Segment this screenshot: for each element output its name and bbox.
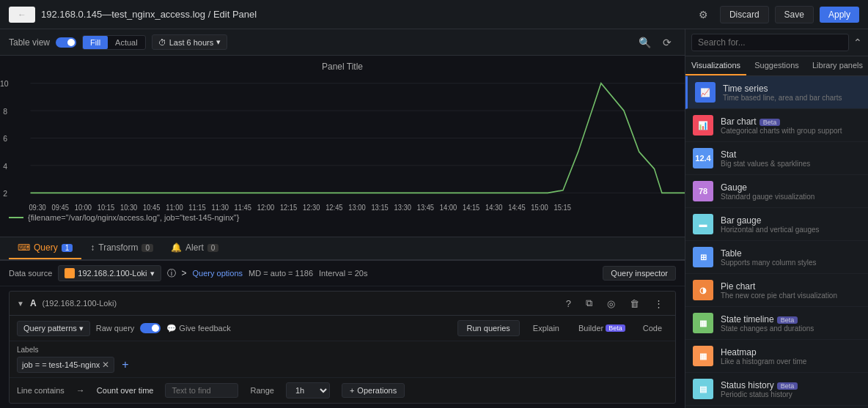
builder-button[interactable]: Builder Beta — [573, 321, 631, 335]
viz-item-bar-chart[interactable]: 📊 Bar chartBeta Categorical charts with … — [685, 109, 868, 142]
viz-desc-status-history: Periodic status history — [721, 390, 861, 398]
svg-text:11:15: 11:15 — [188, 203, 206, 212]
svg-text:12:45: 12:45 — [326, 203, 343, 212]
viz-item-bar-gauge[interactable]: ▬ Bar gauge Horizontal and vertical gaug… — [685, 208, 868, 241]
datasource-name: 192.168.2.100-Loki — [78, 269, 147, 278]
viz-tabs: Visualizations Suggestions Library panel… — [685, 56, 868, 76]
panel-toolbar-right: 🔍 ⟳ — [634, 35, 676, 50]
tab-query[interactable]: ⌨ Query 1 — [9, 237, 81, 259]
svg-text:10:45: 10:45 — [143, 203, 161, 212]
tag-op1: = — [35, 360, 40, 369]
search-expand-button[interactable]: ⌃ — [853, 37, 862, 48]
viz-item-gauge[interactable]: 78 Gauge Standard gauge visualization — [685, 175, 868, 208]
collapse-icon[interactable]: ▼ — [17, 300, 24, 308]
viz-info-heatmap: Heatmap Like a histogram over time — [721, 347, 861, 366]
datasource-select[interactable]: 192.168.2.100-Loki ▾ — [58, 265, 161, 281]
tag-key: job — [22, 360, 33, 369]
discard-button[interactable]: Discard — [720, 6, 769, 23]
settings-button[interactable]: ⚙ — [693, 6, 714, 23]
interval-meta: Interval = 20s — [319, 269, 367, 278]
line-contains-section: Line contains — [17, 386, 65, 395]
viz-badge-state-timeline: Beta — [777, 316, 798, 324]
feedback-button[interactable]: 💬 Give feedback — [166, 324, 230, 333]
chart-legend: {filename="/var/log/nginx/access.log", j… — [0, 212, 685, 223]
chart-title: Panel Title — [0, 56, 685, 75]
viz-icon-bar-chart: 📊 — [693, 115, 713, 136]
query-patterns-button[interactable]: Query patterns ▾ — [17, 321, 90, 336]
clock-icon: ⏱ — [158, 38, 166, 47]
svg-text:13:00: 13:00 — [348, 203, 366, 212]
query-delete-button[interactable]: 🗑 — [625, 297, 644, 311]
back-button[interactable]: ← — [9, 7, 35, 23]
query-inspector-button[interactable]: Query inspector — [603, 266, 676, 281]
svg-text:13:15: 13:15 — [371, 203, 389, 212]
viz-item-time-series[interactable]: 📈 Time series Time based line, area and … — [685, 76, 868, 109]
svg-text:15:00: 15:00 — [531, 203, 548, 212]
svg-text:10:15: 10:15 — [98, 203, 115, 212]
viz-icon-status-history: ▤ — [693, 379, 713, 399]
text-find-input[interactable] — [165, 383, 238, 398]
svg-text:11:00: 11:00 — [166, 203, 183, 212]
builder-beta-badge: Beta — [606, 324, 625, 332]
chart-svg-wrap: 10 8 6 4 2 09:30 09:45 10:00 10:15 10:30… — [0, 75, 685, 212]
tab-suggestions[interactable]: Suggestions — [746, 56, 807, 75]
range-select[interactable]: 1h 5m 30m — [286, 382, 330, 398]
viz-item-table[interactable]: ⊞ Table Supports many column styles — [685, 241, 868, 274]
fill-button[interactable]: Fill — [83, 36, 108, 49]
viz-name-status-history: Status historyBeta — [721, 380, 861, 390]
legend-color — [9, 217, 23, 218]
query-options-link[interactable]: Query options — [193, 269, 243, 278]
viz-name-bar-gauge: Bar gauge — [721, 215, 861, 226]
viz-item-status-history[interactable]: ▤ Status historyBeta Periodic status his… — [685, 373, 868, 406]
builder-label: Builder — [578, 324, 603, 333]
viz-info-bar-gauge: Bar gauge Horizontal and vertical gauges — [721, 215, 861, 234]
tab-visualizations[interactable]: Visualizations — [685, 56, 746, 75]
viz-item-state-timeline[interactable]: ▦ State timelineBeta State changes and d… — [685, 307, 868, 340]
save-button[interactable]: Save — [775, 6, 814, 23]
time-range-label: Last 6 hours — [169, 38, 214, 47]
labels-filters: job = = test-145-nginx ✕ + — [17, 357, 668, 373]
refresh-button[interactable]: ⟳ — [658, 35, 676, 50]
viz-item-pie-chart[interactable]: ◑ Pie chart The new core pie chart visua… — [685, 274, 868, 307]
viz-item-heatmap[interactable]: ▦ Heatmap Like a histogram over time — [685, 340, 868, 373]
viz-icon-pie-chart: ◑ — [693, 280, 713, 300]
table-view-toggle[interactable] — [56, 37, 76, 48]
actual-button[interactable]: Actual — [108, 36, 145, 49]
legend-text: {filename="/var/log/nginx/access.log", j… — [28, 213, 239, 222]
svg-text:14:30: 14:30 — [485, 203, 503, 212]
svg-text:12:00: 12:00 — [257, 203, 275, 212]
apply-button[interactable]: Apply — [820, 7, 859, 23]
viz-info-bar-chart: Bar chartBeta Categorical charts with gr… — [721, 116, 861, 135]
chart-container: Panel Title 10 8 6 4 2 — [0, 56, 685, 237]
query-icon: ⌨ — [18, 242, 30, 253]
query-more-button[interactable]: ⋮ — [650, 297, 668, 311]
panel-toolbar-left: Table view Fill Actual ⏱ Last 6 hours ▾ — [9, 34, 227, 50]
add-label-button[interactable]: + — [119, 358, 131, 371]
svg-text:11:45: 11:45 — [235, 203, 252, 212]
arrow-icon: > — [182, 268, 187, 278]
code-button[interactable]: Code — [637, 321, 668, 335]
viz-item-stat[interactable]: 12.4 Stat Big stat values & sparklines — [685, 142, 868, 175]
svg-text:8: 8 — [3, 106, 7, 116]
explain-button[interactable]: Explain — [526, 321, 567, 335]
svg-text:13:45: 13:45 — [417, 203, 435, 212]
run-queries-button[interactable]: Run queries — [457, 320, 520, 336]
visualization-search-input[interactable] — [691, 34, 849, 51]
time-range-button[interactable]: ⏱ Last 6 hours ▾ — [152, 34, 228, 50]
query-toggle-button[interactable]: ◎ — [603, 297, 619, 311]
query-copy-button[interactable]: ⧉ — [581, 296, 597, 311]
zoom-out-button[interactable]: 🔍 — [634, 35, 655, 50]
viz-desc-time-series: Time based line, area and bar charts — [723, 94, 861, 102]
svg-text:12:30: 12:30 — [303, 203, 320, 212]
raw-query-toggle[interactable] — [140, 323, 161, 333]
viz-desc-pie-chart: The new core pie chart visualization — [721, 292, 861, 300]
svg-text:15:15: 15:15 — [554, 203, 572, 212]
tab-transform[interactable]: ↕ Transform 0 — [81, 237, 162, 259]
query-help-button[interactable]: ? — [562, 297, 575, 311]
tab-alert[interactable]: 🔔 Alert 0 — [162, 237, 227, 259]
search-box: ⌃ — [685, 29, 868, 56]
viz-name-state-timeline: State timelineBeta — [721, 314, 861, 324]
remove-tag-button[interactable]: ✕ — [102, 360, 109, 370]
tab-library-panels[interactable]: Library panels — [807, 56, 868, 75]
operations-button[interactable]: + Operations — [342, 383, 405, 398]
